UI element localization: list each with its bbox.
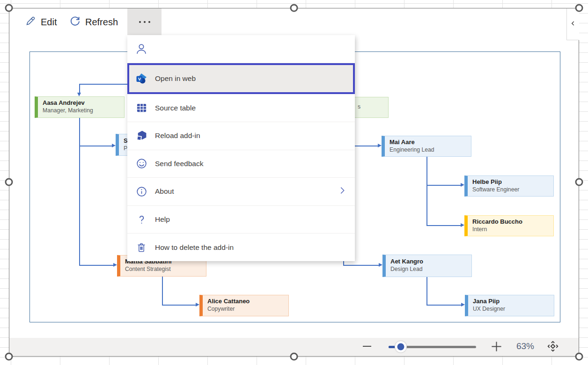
connector-arrowhead <box>379 263 382 267</box>
person-icon <box>135 43 147 55</box>
menu-item-help[interactable]: Help <box>127 206 355 234</box>
zoom-level-value: 63% <box>514 341 537 351</box>
visio-icon: V <box>135 73 147 85</box>
node-name: Jana Piip <box>473 298 550 306</box>
menu-item-label: About <box>155 187 174 196</box>
menu-item-account[interactable] <box>127 35 355 63</box>
menu-item-label: Reload add-in <box>155 131 200 140</box>
menu-item-open-in-web[interactable]: V Open in web <box>127 63 355 95</box>
zoom-out-icon <box>361 341 373 354</box>
zoom-slider-thumb[interactable] <box>395 341 407 353</box>
chevron-left-icon <box>570 20 576 29</box>
org-node-riccardo-buccho[interactable]: Riccardo Buccho Intern <box>464 215 554 236</box>
pan-fit-icon <box>546 339 560 355</box>
resize-handle-bottom-right[interactable] <box>575 353 583 361</box>
menu-item-send-feedback[interactable]: Send feedback <box>127 150 355 178</box>
menu-item-label: Help <box>155 215 170 224</box>
connector-line <box>79 84 80 93</box>
refresh-button[interactable]: Refresh <box>69 15 118 29</box>
refresh-button-label: Refresh <box>85 17 118 28</box>
connector-line <box>426 157 427 226</box>
edit-button-label: Edit <box>41 17 57 28</box>
zoom-in-button[interactable] <box>487 340 506 354</box>
node-name: Mai Aare <box>390 139 467 146</box>
org-node-aasa-andrejev[interactable]: Aasa Andrejev Manager, Marketing <box>35 96 125 118</box>
menu-item-how-to-delete[interactable]: How to delete the add-in <box>127 234 355 261</box>
node-role: Engineering Lead <box>390 146 467 154</box>
trash-icon <box>135 241 147 254</box>
node-name: Aet Kangro <box>390 258 468 266</box>
connector-arrowhead <box>113 263 117 267</box>
menu-item-label: How to delete the add-in <box>155 243 234 252</box>
connector-line <box>79 265 114 266</box>
connector-line <box>426 185 461 186</box>
org-node-aet-kangro[interactable]: Aet Kangro Design Lead <box>382 255 472 277</box>
menu-item-label: Open in web <box>155 74 196 83</box>
node-role: Content Strategist <box>125 266 202 273</box>
question-icon <box>135 213 147 226</box>
menu-item-label: Source table <box>155 104 196 112</box>
resize-handle-bottom-center[interactable] <box>290 353 298 361</box>
connector-line <box>343 265 380 266</box>
node-role: Design Lead <box>390 266 468 273</box>
connector-line <box>79 146 113 146</box>
connector-line <box>79 118 80 266</box>
pan-fit-button[interactable] <box>545 339 561 355</box>
org-node-helbe-piip[interactable]: Helbe Piip Software Engineer <box>464 175 554 197</box>
edit-button[interactable]: Edit <box>25 15 57 29</box>
org-node-mai-aare[interactable]: Mai Aare Engineering Lead <box>382 136 471 157</box>
more-commands-button[interactable] <box>127 8 162 35</box>
menu-item-source-table[interactable]: Source table <box>127 94 355 122</box>
node-role: Intern <box>472 226 550 234</box>
refresh-icon <box>69 15 81 29</box>
menu-item-reload-addin[interactable]: Reload add-in <box>127 122 355 150</box>
org-node-alice-cattaneo[interactable]: Alice Cattaneo Copywriter <box>199 295 289 316</box>
cube-icon <box>135 130 147 142</box>
connector-line <box>162 305 197 306</box>
menu-item-about[interactable]: About <box>127 178 355 206</box>
connector-arrowhead <box>461 223 464 227</box>
resize-handle-top-left[interactable] <box>5 4 13 12</box>
more-commands-menu: V Open in web Source table Reload add-in <box>127 35 355 261</box>
node-role: Manager, Marketing <box>43 107 120 115</box>
connector-line <box>426 225 461 226</box>
smiley-icon <box>135 158 147 170</box>
zoom-in-icon <box>490 340 503 355</box>
svg-text:V: V <box>138 76 141 81</box>
connector-line <box>426 305 462 306</box>
connector-arrowhead <box>196 303 199 307</box>
connector-arrowhead <box>461 183 464 187</box>
ellipsis-icon <box>139 21 150 23</box>
resize-handle-middle-left[interactable] <box>5 178 13 186</box>
zoom-out-button[interactable] <box>358 341 376 354</box>
connector-line <box>426 277 427 306</box>
connector-arrowhead <box>112 144 116 147</box>
node-role: Software Engineer <box>472 186 550 194</box>
resize-handle-top-right[interactable] <box>575 4 583 12</box>
info-icon <box>135 185 147 197</box>
menu-item-label: Send feedback <box>155 160 203 168</box>
node-name: Riccardo Buccho <box>472 218 550 226</box>
node-role: Copywriter <box>207 306 285 313</box>
connector-arrowhead <box>77 93 81 96</box>
node-name: Helbe Piip <box>472 178 550 186</box>
node-name: Aasa Andrejev <box>43 99 120 107</box>
table-icon <box>135 102 147 114</box>
resize-handle-middle-right[interactable] <box>575 178 583 186</box>
chevron-right-icon <box>337 185 347 197</box>
collapse-pane-toggle[interactable] <box>566 8 579 40</box>
resize-handle-bottom-left[interactable] <box>5 353 13 361</box>
node-role: UX Designer <box>473 306 550 313</box>
org-node-jana-piip[interactable]: Jana Piip UX Designer <box>465 295 554 316</box>
node-name: Alice Cattaneo <box>207 298 285 306</box>
connector-line <box>162 277 163 306</box>
pencil-icon <box>25 15 36 29</box>
resize-handle-top-center[interactable] <box>290 4 298 12</box>
connector-arrowhead <box>461 303 465 307</box>
connector-arrowhead <box>378 144 382 147</box>
